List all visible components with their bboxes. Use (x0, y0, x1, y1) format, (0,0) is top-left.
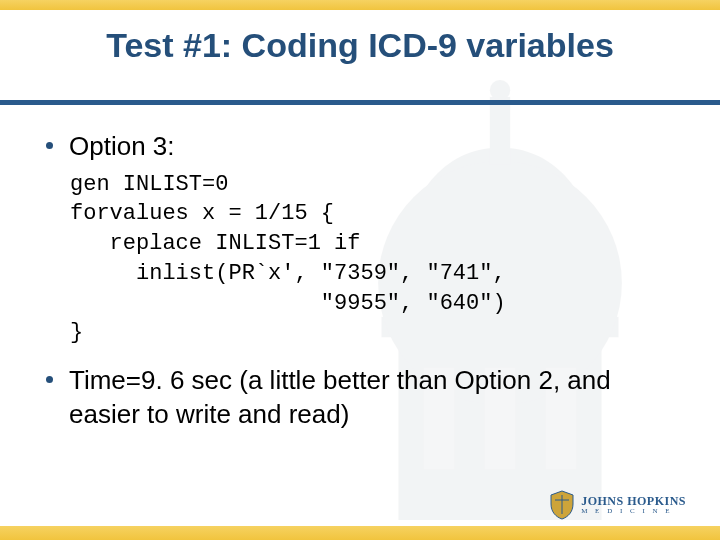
shield-icon (549, 490, 575, 520)
title-underline (0, 100, 720, 105)
slide: Test #1: Coding ICD-9 variables Option 3… (0, 0, 720, 540)
logo-line2: M E D I C I N E (581, 508, 686, 515)
bullet-dot-icon (46, 376, 53, 383)
code-block: gen INLIST=0 forvalues x = 1/15 { replac… (70, 170, 680, 348)
svg-point-4 (490, 80, 510, 100)
logo-text: JOHNS HOPKINS M E D I C I N E (581, 495, 686, 515)
top-accent-bar (0, 0, 720, 10)
bullet-option: Option 3: (46, 130, 680, 164)
title-area: Test #1: Coding ICD-9 variables (0, 26, 720, 65)
footer-logo: JOHNS HOPKINS M E D I C I N E (549, 490, 686, 520)
slide-body: Option 3: gen INLIST=0 forvalues x = 1/1… (46, 130, 680, 438)
logo-line1: JOHNS HOPKINS (581, 495, 686, 508)
bullet-time-text: Time=9. 6 sec (a little better than Opti… (69, 364, 680, 432)
slide-title: Test #1: Coding ICD-9 variables (0, 26, 720, 65)
bullet-option-text: Option 3: (69, 130, 680, 164)
bottom-accent-bar (0, 526, 720, 540)
bullet-dot-icon (46, 142, 53, 149)
bullet-time: Time=9. 6 sec (a little better than Opti… (46, 364, 680, 432)
